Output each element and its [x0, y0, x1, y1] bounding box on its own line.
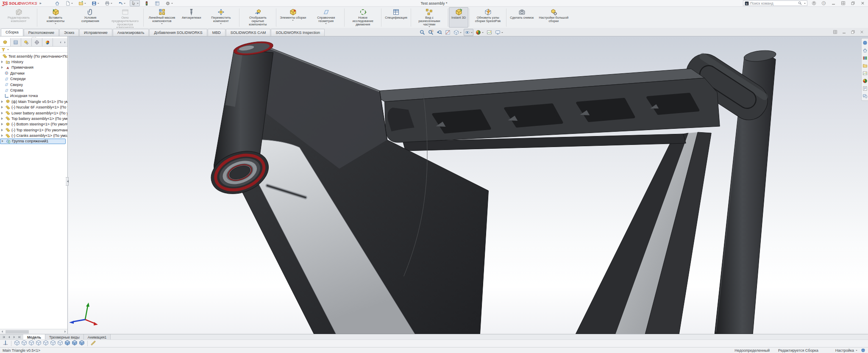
ribbon-assembly-features-button[interactable]: Элементы сборки — [277, 7, 309, 28]
view-isometric-shaded-button[interactable] — [64, 340, 70, 347]
view-bottom-button[interactable] — [50, 340, 56, 347]
nav-prev-button[interactable] — [7, 335, 11, 339]
tab-scroll-left-icon[interactable] — [59, 41, 62, 44]
dropdown-caret-icon[interactable] — [501, 32, 503, 34]
expand-caret-icon[interactable] — [2, 140, 5, 142]
status-custom-button[interactable]: Настройка — [835, 348, 854, 353]
expand-caret-icon[interactable] — [1, 100, 4, 103]
doc-tab-2[interactable]: Анимация1 — [84, 334, 111, 339]
doc-minimize-button[interactable] — [841, 29, 847, 35]
globe-small-icon[interactable] — [861, 348, 865, 353]
panel-tab-properties[interactable] — [11, 38, 21, 46]
ribbon-motion-study-button[interactable]: Новое исследование движения — [345, 7, 380, 28]
tree-item[interactable]: (-) Nucular 6F Assembly<1> (По ум — [0, 105, 67, 110]
ribbon-bom-button[interactable]: Спецификация — [382, 7, 410, 28]
taskpane-home-pane-button[interactable] — [862, 47, 868, 53]
view-back-button[interactable] — [21, 340, 27, 347]
tree-horizontal-scrollbar[interactable] — [0, 329, 67, 334]
doc-restore-button[interactable] — [850, 29, 856, 35]
dropdown-caret-icon[interactable] — [124, 3, 125, 5]
view-orientation-button[interactable] — [453, 29, 462, 36]
tree-item[interactable]: (-) Cranks assembly<1> (По умолч — [0, 133, 67, 138]
new-document-button[interactable] — [64, 0, 74, 6]
doc-close-button[interactable] — [859, 29, 865, 35]
nav-last-button[interactable] — [17, 335, 22, 339]
tab-эскиз[interactable]: Эскиз — [59, 29, 79, 36]
help-button[interactable]: ? — [821, 0, 826, 6]
model-seat-stay-struts[interactable] — [576, 132, 711, 334]
taskpane-solidworks-resources-button[interactable] — [862, 40, 868, 46]
nav-first-button[interactable] — [2, 335, 6, 339]
dropdown-caret-icon[interactable] — [460, 32, 462, 34]
command-search-box[interactable]: S Поиск команд — [743, 0, 807, 6]
tree-item[interactable]: Справа — [0, 87, 67, 93]
model-top-truss[interactable] — [369, 69, 720, 142]
view-normal-to-button[interactable] — [3, 340, 8, 347]
ribbon-mates-button[interactable]: Условия сопряжения — [73, 7, 108, 28]
tree-item[interactable]: Исходная точка — [0, 93, 67, 99]
taskpane-file-explorer-button[interactable] — [862, 63, 868, 69]
user-button[interactable] — [811, 0, 817, 6]
view-measure-button[interactable] — [90, 340, 96, 347]
panel-tab-display[interactable] — [42, 38, 53, 46]
ribbon-speedpak-button[interactable]: Обновить узлы сборки SpeedPak — [470, 7, 505, 28]
dropdown-caret-icon[interactable] — [220, 23, 222, 25]
apply-scene-button[interactable] — [486, 29, 493, 36]
edit-appearance-button[interactable] — [475, 29, 484, 36]
previous-view-button[interactable] — [436, 29, 443, 36]
taskpane-forum-button[interactable] — [862, 93, 868, 99]
tree-item[interactable]: Датчики — [0, 70, 67, 76]
scrollbar-thumb[interactable] — [6, 330, 29, 334]
viewport-layout-button[interactable] — [832, 29, 838, 35]
close-button[interactable] — [860, 0, 865, 6]
tree-item[interactable]: Группа сопряжений1 — [0, 139, 66, 144]
layout-button[interactable] — [840, 0, 846, 6]
dropdown-caret-icon[interactable] — [471, 32, 473, 34]
dropdown-caret-icon[interactable] — [325, 23, 327, 25]
tree-item[interactable]: Сверху — [0, 82, 67, 87]
tab-исправление[interactable]: Исправление — [79, 29, 112, 36]
dropdown-caret-icon[interactable] — [292, 20, 294, 22]
doc-tab-0[interactable]: Модель — [23, 334, 45, 339]
tree-item[interactable]: (-) Bottom steering<1> (По умолча — [0, 122, 67, 127]
tree-item[interactable]: History — [0, 59, 67, 64]
dropdown-caret-icon[interactable] — [137, 3, 139, 5]
ribbon-linear-pattern-button[interactable]: Линейный массив компонентов — [145, 7, 179, 28]
tree-root-assembly[interactable]: Test assembly (По умолчанию<По ум — [0, 53, 67, 59]
filter-dropdown-caret[interactable] — [7, 49, 9, 51]
expand-caret-icon[interactable] — [1, 129, 4, 131]
tab-scroll-right-icon[interactable] — [63, 41, 67, 44]
tree-item[interactable]: AПримечания — [0, 65, 67, 70]
dropdown-caret-icon[interactable] — [84, 3, 86, 5]
view-right-button[interactable] — [36, 340, 42, 347]
view-top-button[interactable] — [43, 340, 49, 347]
doc-tab-1[interactable]: Трехмерные виды — [45, 334, 84, 339]
status-dropdown-caret[interactable] — [856, 350, 857, 352]
panel-tab-features[interactable] — [0, 38, 11, 46]
tab-анализировать[interactable]: Анализировать — [113, 29, 149, 36]
section-view-button[interactable] — [444, 29, 451, 36]
panel-tab-configurations[interactable] — [21, 38, 32, 46]
panel-tab-dimxpert[interactable] — [32, 38, 42, 46]
tree-item[interactable]: Top battery assembly<1> (По умол — [0, 116, 67, 121]
view-left-button[interactable] — [28, 340, 34, 347]
tab-solidworks-cam[interactable]: SOLIDWORKS CAM — [226, 29, 271, 36]
open-button[interactable] — [77, 0, 87, 6]
tree-filter-row[interactable] — [0, 47, 67, 53]
expand-caret-icon[interactable] — [1, 123, 4, 125]
dropdown-caret-icon[interactable] — [482, 32, 484, 34]
minimize-button[interactable] — [831, 0, 836, 6]
tab-добавления-solidworks[interactable]: Добавления SOLIDWORKS — [149, 29, 207, 36]
tab-сборка[interactable]: Сборка — [1, 28, 23, 36]
expand-caret-icon[interactable] — [1, 112, 4, 114]
undo-button[interactable] — [117, 0, 127, 6]
home-button[interactable] — [53, 0, 61, 6]
tree-item[interactable]: (-) Top steering<1> (По умолчани — [0, 127, 67, 133]
tab-расположение[interactable]: Расположение — [24, 29, 59, 36]
ribbon-exploded-view-button[interactable]: Вид с разнесенными частями — [412, 7, 447, 28]
ribbon-reference-geometry-button[interactable]: Справочная геометрия — [309, 7, 343, 28]
scroll-left-icon[interactable] — [0, 329, 5, 334]
model-head-tube[interactable] — [205, 39, 275, 201]
save-button[interactable] — [90, 0, 100, 6]
expand-caret-icon[interactable] — [1, 61, 4, 63]
